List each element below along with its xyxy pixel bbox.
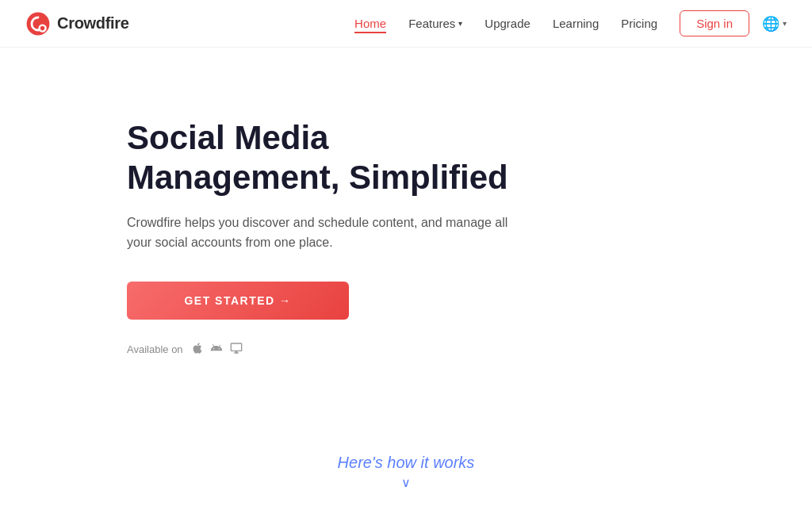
how-it-works-label[interactable]: Here's how it works <box>338 454 475 472</box>
get-started-button[interactable]: GET STARTED → <box>127 282 349 320</box>
nav-item-learning[interactable]: Learning <box>553 17 599 31</box>
chevron-down-icon: ▾ <box>783 19 787 28</box>
crowdfire-logo-icon <box>25 11 51 36</box>
language-selector-button[interactable]: 🌐 ▾ <box>762 15 787 33</box>
apple-icon <box>191 342 204 358</box>
brand-name: Crowdfire <box>57 14 129 33</box>
nav-link-features[interactable]: Features ▾ <box>408 17 462 30</box>
nav-link-upgrade[interactable]: Upgrade <box>485 17 530 30</box>
nav-right: Sign in 🌐 ▾ <box>680 10 787 36</box>
desktop-icon <box>229 342 243 358</box>
hero-subtitle: Crowdfire helps you discover and schedul… <box>127 213 523 253</box>
logo-area[interactable]: Crowdfire <box>25 11 129 36</box>
nav-item-pricing[interactable]: Pricing <box>621 17 657 31</box>
svg-point-1 <box>40 25 46 31</box>
nav-link-learning[interactable]: Learning <box>553 17 599 30</box>
nav-link-pricing[interactable]: Pricing <box>621 17 657 30</box>
scroll-down-chevron[interactable]: ∨ <box>338 475 475 490</box>
svg-point-0 <box>27 12 50 35</box>
available-on-label: Available on <box>127 343 183 355</box>
nav-item-upgrade[interactable]: Upgrade <box>485 17 530 31</box>
available-on-section: Available on <box>127 342 685 358</box>
nav-item-home[interactable]: Home <box>354 17 386 31</box>
nav-item-features[interactable]: Features ▾ <box>408 17 462 30</box>
navbar: Crowdfire Home Features ▾ Upgrade Learni… <box>0 0 812 48</box>
sign-in-button[interactable]: Sign in <box>680 10 749 36</box>
hero-title: Social Media Management, Simplified <box>127 118 539 198</box>
hero-section: Social Media Management, Simplified Crow… <box>0 48 812 397</box>
chevron-down-icon: ▾ <box>458 19 462 28</box>
android-icon <box>210 342 223 358</box>
globe-icon: 🌐 <box>762 15 779 33</box>
how-it-works-section: Here's how it works ∨ <box>338 454 475 490</box>
nav-link-home[interactable]: Home <box>354 17 386 33</box>
platform-icons <box>191 342 243 358</box>
nav-links: Home Features ▾ Upgrade Learning Pricing <box>354 17 657 31</box>
